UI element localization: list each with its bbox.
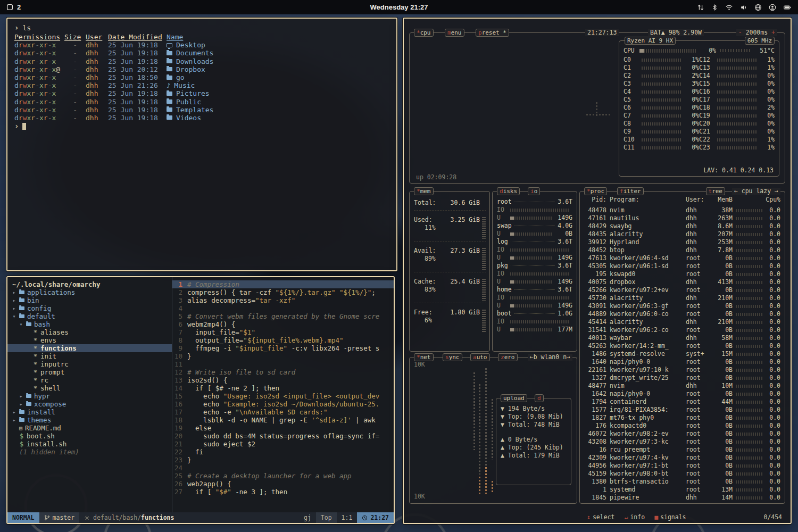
terminal-window-ls[interactable]: › ls PermissionsSizeUserDate ModifiedNam…	[6, 18, 397, 271]
process-row-45266[interactable]: 45266kworker/u97:2+evroot0B0.0	[584, 286, 780, 294]
process-row-45730[interactable]: 45730alacrittydhh210M0.0	[584, 294, 780, 302]
code-line-9[interactable]: 9 ffmpeg -i "$input_file" -c:v libx264 -…	[172, 344, 394, 352]
file-row-public[interactable]: drwxr-xr-x-dhh25 Jun 19:18Public	[14, 98, 389, 106]
process-row-1827[interactable]: 1827mt76-tx phy0root0B0.0	[584, 414, 780, 422]
branch-name[interactable]: master	[53, 514, 75, 521]
interval-plus-button[interactable]: +	[771, 29, 775, 36]
process-row-31541[interactable]: 31541kworker/u96:2-coroot0B0.0	[584, 326, 780, 334]
code-line-18[interactable]: 18 lsblk -d -o NAME | grep -E '^sd[a-z]'…	[172, 416, 394, 424]
signals-action[interactable]: ■signals	[654, 513, 686, 521]
code-line-27[interactable]: 27 if [ "$#" -ne 3 ]; then	[172, 488, 394, 496]
tab-upload[interactable]: upload	[501, 394, 527, 402]
tree-item-boot-sh[interactable]: $boot.sh	[7, 432, 172, 440]
code-line-14[interactable]: 14 if [ $# -ne 2 ]; then	[172, 384, 394, 392]
select-action[interactable]: ↕select	[587, 513, 614, 521]
tab-mem[interactable]: *mem	[414, 187, 434, 195]
user-icon[interactable]	[769, 4, 776, 11]
process-row-40075[interactable]: 40075dropboxdhh413M0.0	[584, 278, 780, 286]
file-row-templates[interactable]: drwxr-xr-x-dhh25 Jun 19:18Templates	[14, 106, 389, 114]
file-row-desktop[interactable]: drwxr-xr-x-dhh25 Jun 19:18Desktop	[14, 41, 389, 49]
process-row-44956[interactable]: 44956kworker/u97:1-btroot0B0.0	[584, 462, 780, 470]
tree-item-install-sh[interactable]: $install.sh	[7, 440, 172, 448]
file-row-documents[interactable]: drwxr-xr-x-dhh25 Jun 19:18Documents	[14, 49, 389, 57]
code-line-5[interactable]: 5# Convert webm files generated by the G…	[172, 312, 394, 320]
tab-cpu[interactable]: *cpu	[414, 29, 434, 37]
process-row-46072[interactable]: 46072kworker/u98:2-evroot0B0.0	[584, 430, 780, 438]
info-action[interactable]: ↵info	[624, 513, 645, 521]
download-key[interactable]: d	[535, 394, 544, 402]
process-row-45305[interactable]: 45305kworker/u96:1-sdroot0B0.0	[584, 262, 780, 270]
code-line-21[interactable]: 21 sudo eject $2	[172, 440, 394, 448]
code-line-8[interactable]: 8 output_file="${input_file%.webm}.mp4"	[172, 336, 394, 344]
process-row-1640[interactable]: 1640napi/phy0-0root0B0.0	[584, 358, 780, 366]
tree-item-init[interactable]: *init	[7, 352, 172, 360]
file-row-downloads[interactable]: drwxr-xr-x-dhh25 Jun 19:18Downloads	[14, 57, 389, 65]
process-row-45414[interactable]: 45414alacrittydhh210M0.0	[584, 318, 780, 326]
code-line-22[interactable]: 22 fi	[172, 448, 394, 456]
file-row-dropbox[interactable]: drwxr-xr-x@-dhh25 Jun 20:12Dropbox	[14, 65, 389, 73]
workspace-number[interactable]: 2	[17, 3, 21, 11]
process-row-1380[interactable]: 1380btrfs-transactioroot0B0.0	[584, 478, 780, 486]
bluetooth-icon[interactable]	[711, 4, 718, 11]
battery-icon[interactable]	[783, 4, 792, 11]
code-line-15[interactable]: 15 echo "Usage: iso2sd <input_file> <out…	[172, 392, 394, 400]
tree-item-inputrc[interactable]: *inputrc	[7, 360, 172, 368]
tree-item-bin[interactable]: ▸bin	[7, 296, 172, 304]
tree-item-xcompose[interactable]: ▸xcompose	[7, 400, 172, 408]
process-row-45263[interactable]: 45263kworker/14:2-mm_root0B0.0	[584, 342, 780, 350]
code-line-24[interactable]: 24	[172, 464, 394, 472]
tree-item-install[interactable]: ▸install	[7, 408, 172, 416]
process-row-44889[interactable]: 44889kworker/u96:0-coroot0B0.0	[584, 310, 780, 318]
file-row-videos[interactable]: drwxr-xr-x-dhh25 Jun 19:18Videos	[14, 114, 389, 122]
process-row-48452[interactable]: 48452btopdhh7.8M0.0	[584, 246, 780, 254]
tab-proc[interactable]: *proc	[584, 187, 607, 195]
code-line-2[interactable]: 2compress() { tar -czf "${1%/}.tar.gz" "…	[172, 288, 394, 296]
process-row-1486[interactable]: 1486systemd-resolvesyst+15M0.0	[584, 350, 780, 358]
tree-item-shell[interactable]: *shell	[7, 384, 172, 392]
globe-icon[interactable]	[754, 4, 762, 11]
process-row-39912[interactable]: 39912Hyprlanddhh253M0.0	[584, 238, 780, 246]
tab-disks[interactable]: disks	[497, 187, 520, 195]
tree-item-readme-md[interactable]: ▤README.md	[7, 424, 172, 432]
interval-minus-button[interactable]: -	[738, 29, 742, 36]
process-row-48435[interactable]: 48435alacrittydhh207M0.0	[584, 230, 780, 238]
code-line-10[interactable]: 10}	[172, 352, 394, 360]
tab-io[interactable]: io	[528, 187, 540, 195]
code-line-16[interactable]: 16 echo "Example: iso2sd ~/Downloads/ubu…	[172, 400, 394, 408]
tree-item-rc[interactable]: *rc	[7, 376, 172, 384]
tree-item-config[interactable]: ▸config	[7, 304, 172, 312]
proc-nav[interactable]: ← cpu lazy →	[732, 188, 780, 195]
tab-sync[interactable]: sync	[443, 353, 462, 361]
tree-root-path[interactable]: ~/.local/share/omarchy	[7, 280, 172, 288]
tree-item-applications[interactable]: ▸applications	[7, 288, 172, 296]
file-row-music[interactable]: drwxr-xr-x-dhh25 Jun 21:26♪Music	[14, 81, 389, 89]
tree-item-functions[interactable]: *functions	[7, 344, 172, 352]
code-line-3[interactable]: 3alias decompress="tar -xzf"	[172, 296, 394, 304]
code-line-11[interactable]: 11	[172, 360, 394, 368]
preset-button[interactable]: preset *	[476, 29, 509, 37]
process-row-43091[interactable]: 43091kworker/u96:3-gfroot0B0.0	[584, 302, 780, 310]
process-row-1794[interactable]: 1794containerdroot44M0.0	[584, 398, 780, 406]
code-line-19[interactable]: 19 else	[172, 424, 394, 432]
code-line-1[interactable]: 1# Compression	[172, 280, 394, 288]
code-line-25[interactable]: 25# Create a desktop launcher for a web …	[172, 472, 394, 480]
system-monitor-window[interactable]: *cpu menu preset * 21:27:13 BAT▲ 98% 2.9…	[403, 18, 792, 524]
process-row-1577[interactable]: 1577irq/81-PIXA3854:root0B0.0	[584, 406, 780, 414]
process-row-1[interactable]: 1systemdroot13M0.0	[584, 486, 780, 494]
tree-item-prompt[interactable]: *prompt	[7, 368, 172, 376]
file-row-go[interactable]: drwxr-xr-x-dhh25 Jun 18:50go	[14, 73, 389, 81]
tree-item-envs[interactable]: *envs	[7, 336, 172, 344]
code-line-23[interactable]: 23}	[172, 456, 394, 464]
process-row-40013[interactable]: 40013waybardhh58M0.0	[584, 334, 780, 342]
process-row-45159[interactable]: 45159kworker/u98:0-btroot0B0.0	[584, 470, 780, 478]
tab-filter[interactable]: filter	[617, 187, 644, 195]
process-row-1642[interactable]: 1642napi/phy0-0root0B0.0	[584, 390, 780, 398]
tab-auto[interactable]: auto	[470, 353, 490, 361]
process-row-16[interactable]: 16rcu_preemptroot0B0.0	[584, 446, 780, 454]
tab-zero[interactable]: zero	[498, 353, 518, 361]
code-line-20[interactable]: 20 sudo dd bs=4M status=progress oflag=s…	[172, 432, 394, 440]
code-line-26[interactable]: 26web2app() {	[172, 480, 394, 488]
process-row-1845[interactable]: 1845pipewiredhh14M0.0	[584, 494, 780, 501]
tree-item-aliases[interactable]: *aliases	[7, 328, 172, 336]
tree-item-bash[interactable]: ▾bash	[7, 320, 172, 328]
